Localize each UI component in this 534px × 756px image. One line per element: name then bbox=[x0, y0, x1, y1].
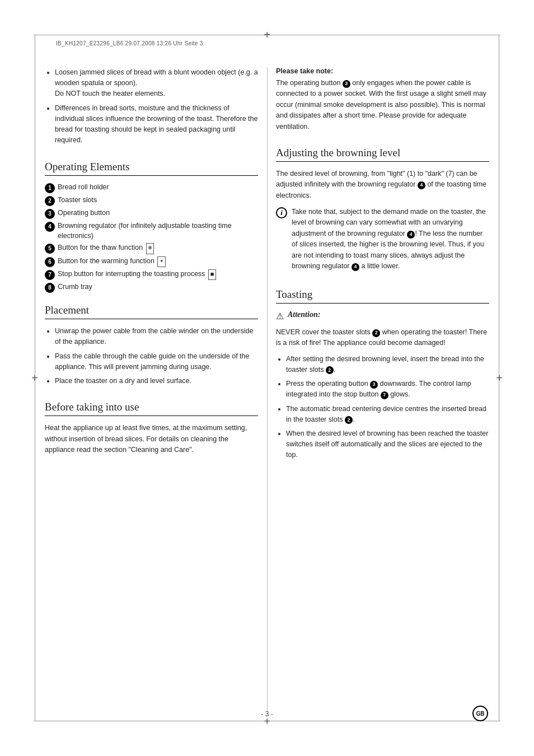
adjusting-info-text: Take note that, subject to the demand ma… bbox=[292, 207, 489, 272]
op-item-2: 2 Toaster slots bbox=[45, 195, 258, 206]
op-num-2: 2 bbox=[45, 196, 55, 206]
operating-elements-title: Operating Elements bbox=[45, 161, 258, 176]
thaw-icon: ❄ bbox=[146, 243, 154, 254]
toasting-title: Toasting bbox=[276, 288, 489, 304]
toast-s2-ref: 3 bbox=[370, 381, 378, 389]
placement-list: Unwrap the power cable from the cable wi… bbox=[45, 326, 258, 386]
placement-item-1: Unwrap the power cable from the cable wi… bbox=[55, 326, 258, 347]
placement-title: Placement bbox=[45, 304, 258, 319]
op-label-3: Operating button bbox=[58, 208, 110, 218]
info-icon: i bbox=[276, 207, 287, 218]
warm-icon: ☀ bbox=[157, 256, 166, 267]
before-taking-section: Before taking into use Heat the applianc… bbox=[45, 392, 258, 461]
intro-bullet-2: Differences in bread sorts, moisture and… bbox=[55, 103, 258, 145]
header-bar: IB_KH1207_E23296_LB6 29.07.2008 13:26 Uh… bbox=[56, 40, 203, 46]
right-column: Please take note: The operating button 3… bbox=[276, 67, 489, 711]
op-num-7: 7 bbox=[45, 270, 55, 280]
page: + + + + IB_KH1207_E23296_LB6 29.07.2008 … bbox=[0, 0, 534, 756]
op-num-4: 4 bbox=[45, 222, 55, 232]
before-taking-body: Heat the appliance up at least five time… bbox=[45, 423, 258, 455]
attention-block: ⚠ Attention: bbox=[276, 310, 489, 321]
op-num-1: 1 bbox=[45, 183, 55, 193]
cross-left: + bbox=[30, 373, 40, 383]
note-body: The operating button 3 only engages when… bbox=[276, 78, 489, 132]
op-item-1: 1 Bread roll holder bbox=[45, 183, 258, 193]
main-content: Loosen jammed slices of bread with a blu… bbox=[45, 67, 489, 711]
toasting-section: Toasting ⚠ Attention: NEVER cover the to… bbox=[276, 279, 489, 465]
toast-s2-ref2: 7 bbox=[381, 391, 388, 399]
adj-info-btn-ref1: 4 bbox=[407, 231, 415, 239]
before-taking-title: Before taking into use bbox=[45, 401, 258, 416]
attention-triangle-icon: ⚠ bbox=[276, 311, 284, 321]
attention-label: Attention: bbox=[288, 310, 320, 319]
toast-step-2: Press the operating button 3 downwards. … bbox=[286, 379, 489, 400]
op-label-4: Browning regulator (for infinitely adjus… bbox=[58, 221, 258, 241]
op-num-3: 3 bbox=[45, 209, 55, 219]
toast-s1-ref: 2 bbox=[326, 366, 334, 374]
op-num-5: 5 bbox=[45, 244, 55, 254]
op-num-8: 8 bbox=[45, 283, 55, 293]
placement-section: Placement Unwrap the power cable from th… bbox=[45, 295, 258, 392]
op-item-8: 8 Crumb tray bbox=[45, 282, 258, 293]
placement-item-2: Pass the cable through the cable guide o… bbox=[55, 351, 258, 372]
op-item-3: 3 Operating button bbox=[45, 208, 258, 219]
stop-icon: ■ bbox=[208, 269, 217, 280]
footer: - 3 - bbox=[0, 710, 534, 718]
op-label-6: Button for the warming function ☀ bbox=[58, 256, 166, 267]
page-number: - 3 - bbox=[261, 710, 273, 718]
adjusting-section: Adjusting the browning level The desired… bbox=[276, 147, 489, 279]
adjusting-body: The desired level of browning, from "lig… bbox=[276, 169, 489, 201]
placement-item-3: Place the toaster on a dry and level sur… bbox=[55, 376, 258, 386]
op-num-6: 6 bbox=[45, 257, 55, 267]
toast-step-4: When the desired level of browning has b… bbox=[286, 428, 489, 460]
toasting-list: After setting the desired browning level… bbox=[276, 354, 489, 460]
op-label-1: Bread roll holder bbox=[58, 183, 109, 193]
left-column: Loosen jammed slices of bread with a blu… bbox=[45, 67, 258, 711]
adj-info-btn-ref2: 4 bbox=[352, 263, 359, 271]
note-title: Please take note: bbox=[276, 67, 489, 75]
cross-top: + bbox=[262, 30, 272, 40]
toast-step-3: The automatic bread centering device cen… bbox=[286, 404, 489, 425]
note-btn-ref: 3 bbox=[343, 80, 350, 88]
intro-bullets: Loosen jammed slices of bread with a blu… bbox=[45, 67, 258, 150]
op-label-8: Crumb tray bbox=[58, 282, 92, 292]
adjusting-title: Adjusting the browning level bbox=[276, 147, 489, 162]
operating-elements-section: Operating Elements 1 Bread roll holder 2… bbox=[45, 161, 258, 295]
op-label-2: Toaster slots bbox=[58, 195, 97, 206]
toast-step-1: After setting the desired browning level… bbox=[286, 354, 489, 375]
toast-s3-ref: 2 bbox=[345, 416, 353, 424]
op-item-4: 4 Browning regulator (for infinitely adj… bbox=[45, 221, 258, 241]
op-label-5: Button for the thaw function ❄ bbox=[58, 243, 154, 254]
toast-slot-ref: 2 bbox=[372, 329, 380, 337]
gb-badge: GB bbox=[472, 706, 488, 721]
op-label-7: Stop button for interrupting the toastin… bbox=[58, 269, 216, 280]
cross-right: + bbox=[494, 373, 504, 383]
op-item-7: 7 Stop button for interrupting the toast… bbox=[45, 269, 258, 280]
adj-btn-ref: 4 bbox=[418, 181, 425, 189]
op-item-6: 6 Button for the warming function ☀ bbox=[45, 256, 258, 267]
please-note-section: Please take note: The operating button 3… bbox=[276, 67, 489, 138]
operating-elements-list: 1 Bread roll holder 2 Toaster slots 3 Op… bbox=[45, 183, 258, 293]
intro-bullet-1: Loosen jammed slices of bread with a blu… bbox=[55, 67, 258, 99]
op-item-5: 5 Button for the thaw function ❄ bbox=[45, 243, 258, 254]
attention-body: NEVER cover the toaster slots 2 when ope… bbox=[276, 327, 489, 348]
adjusting-info-block: i Take note that, subject to the demand … bbox=[276, 207, 489, 272]
